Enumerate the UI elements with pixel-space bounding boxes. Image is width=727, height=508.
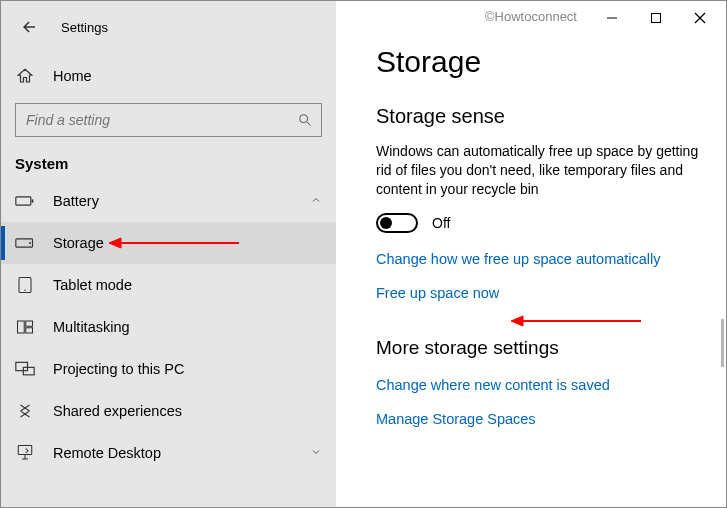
sidebar: Settings Home System Battery	[1, 1, 336, 507]
projecting-icon	[15, 359, 35, 379]
link-free-up-now[interactable]: Free up space now	[376, 285, 499, 301]
titlebar	[376, 1, 726, 35]
battery-icon	[15, 191, 35, 211]
home-icon	[15, 66, 35, 86]
chevron-up-icon	[310, 193, 322, 209]
nav-home[interactable]: Home	[1, 55, 336, 97]
svg-rect-10	[26, 328, 33, 333]
sidebar-item-shared-experiences[interactable]: Shared experiences	[1, 390, 336, 432]
svg-rect-3	[32, 199, 34, 202]
maximize-button[interactable]	[634, 3, 678, 33]
search-box[interactable]	[15, 103, 322, 137]
svg-rect-2	[16, 197, 31, 205]
minimize-icon	[606, 12, 618, 24]
remote-desktop-icon	[15, 443, 35, 463]
more-settings-heading: More storage settings	[376, 337, 726, 359]
search-icon	[297, 112, 313, 128]
sidebar-item-label: Remote Desktop	[53, 445, 161, 461]
sidebar-item-label: Shared experiences	[53, 403, 182, 419]
svg-marker-21	[511, 316, 523, 326]
toggle-knob	[380, 217, 392, 229]
sidebar-item-projecting[interactable]: Projecting to this PC	[1, 348, 336, 390]
svg-rect-9	[26, 321, 33, 326]
nav-home-label: Home	[53, 68, 92, 84]
close-button[interactable]	[678, 3, 722, 33]
svg-rect-13	[18, 446, 32, 455]
storage-sense-description: Windows can automatically free up space …	[376, 142, 706, 199]
storage-sense-toggle[interactable]	[376, 213, 418, 233]
sidebar-item-storage[interactable]: Storage	[1, 222, 336, 264]
annotation-arrow-freeup	[511, 313, 641, 329]
sidebar-item-label: Projecting to this PC	[53, 361, 184, 377]
svg-point-0	[300, 115, 308, 123]
search-input[interactable]	[26, 112, 297, 128]
search-wrap	[1, 97, 336, 149]
sidebar-header: Settings	[1, 7, 336, 41]
back-arrow-icon	[20, 18, 38, 36]
sidebar-item-label: Battery	[53, 193, 99, 209]
sidebar-section-heading: System	[1, 149, 336, 180]
app-title: Settings	[61, 20, 108, 35]
sidebar-item-label: Storage	[53, 235, 104, 251]
svg-line-1	[307, 122, 310, 125]
sidebar-item-label: Tablet mode	[53, 277, 132, 293]
svg-point-5	[29, 242, 31, 244]
settings-window: Settings Home System Battery	[0, 0, 727, 508]
link-change-auto-free[interactable]: Change how we free up space automaticall…	[376, 251, 661, 267]
tablet-icon	[15, 275, 35, 295]
chevron-down-icon	[310, 445, 322, 461]
scrollbar-thumb[interactable]	[721, 319, 724, 367]
storage-sense-toggle-row: Off	[376, 213, 726, 233]
sidebar-item-multitasking[interactable]: Multitasking	[1, 306, 336, 348]
shared-icon	[15, 401, 35, 421]
back-button[interactable]	[15, 13, 43, 41]
page-title: Storage	[376, 45, 726, 79]
svg-rect-8	[18, 321, 25, 333]
minimize-button[interactable]	[590, 3, 634, 33]
content-pane: ©Howtoconnect Storage Storage sense Wind…	[336, 1, 726, 507]
svg-point-7	[24, 290, 26, 292]
sidebar-item-label: Multitasking	[53, 319, 130, 335]
sidebar-item-tablet-mode[interactable]: Tablet mode	[1, 264, 336, 306]
sidebar-list: Battery Storage Tablet mode	[1, 180, 336, 507]
link-manage-storage-spaces[interactable]: Manage Storage Spaces	[376, 411, 536, 427]
close-icon	[694, 12, 706, 24]
storage-icon	[15, 233, 35, 253]
toggle-state-label: Off	[432, 215, 450, 231]
svg-rect-11	[16, 362, 28, 370]
maximize-icon	[650, 12, 662, 24]
storage-sense-heading: Storage sense	[376, 105, 726, 128]
sidebar-item-remote-desktop[interactable]: Remote Desktop	[1, 432, 336, 474]
link-change-save-location[interactable]: Change where new content is saved	[376, 377, 610, 393]
svg-rect-17	[652, 14, 661, 23]
sidebar-item-battery[interactable]: Battery	[1, 180, 336, 222]
multitasking-icon	[15, 317, 35, 337]
